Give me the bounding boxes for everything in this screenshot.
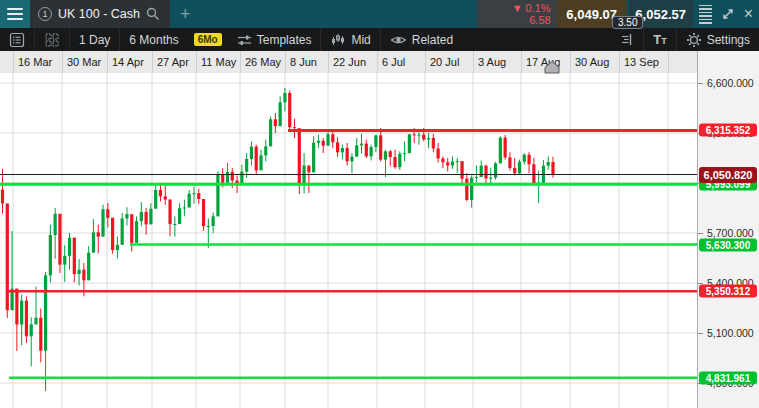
- candle: [422, 135, 425, 140]
- candlestick-chart[interactable]: [0, 51, 759, 408]
- candle: [460, 161, 463, 179]
- candle: [106, 209, 109, 218]
- candle: [54, 214, 57, 235]
- related-button[interactable]: Related: [381, 28, 462, 51]
- candle: [92, 232, 95, 252]
- candle: [446, 162, 449, 165]
- current-date-marker[interactable]: [545, 62, 559, 74]
- candle: [398, 154, 401, 168]
- candle: [212, 216, 215, 226]
- candle: [259, 155, 262, 170]
- candle: [523, 155, 526, 162]
- candle: [518, 162, 521, 174]
- candle: [494, 163, 497, 177]
- chart-list-button[interactable]: [0, 28, 34, 51]
- menu-button[interactable]: [0, 0, 30, 28]
- candle: [82, 270, 85, 281]
- candle: [441, 159, 444, 163]
- change-absolute: 6.58: [529, 14, 550, 26]
- layout-grid-button[interactable]: [35, 28, 69, 51]
- candle: [58, 214, 61, 265]
- range-badge[interactable]: 6Mo: [194, 33, 222, 46]
- candle: [183, 208, 186, 209]
- candle: [255, 147, 258, 171]
- candle: [331, 134, 334, 142]
- drag-handle-icon[interactable]: [699, 5, 712, 24]
- candle: [73, 238, 76, 274]
- top-bar: 1 UK 100 - Cash + ▼ 0.1% 6.58 6,049.07 6…: [0, 0, 759, 28]
- candle: [197, 193, 200, 199]
- candle: [240, 172, 243, 185]
- candle: [451, 162, 454, 166]
- candle: [25, 301, 28, 337]
- candle: [6, 204, 9, 311]
- candle: [173, 224, 176, 225]
- candle: [216, 175, 219, 217]
- order-panel-button[interactable]: [609, 28, 643, 51]
- window-icons: ×: [693, 0, 759, 28]
- candle: [226, 172, 229, 183]
- settings-button[interactable]: Settings: [677, 28, 759, 51]
- candle: [283, 93, 286, 102]
- candle: [484, 166, 487, 179]
- candle: [140, 212, 143, 221]
- text-tool-button[interactable]: TT: [644, 28, 675, 51]
- chart-area: 16 Mar30 Mar14 Apr27 Apr11 May26 May8 Ju…: [0, 51, 759, 408]
- candlestick-icon: [330, 32, 346, 47]
- close-icon[interactable]: ×: [744, 6, 753, 22]
- change-indicator: ▼ 0.1% 6.58: [477, 0, 557, 28]
- candle: [432, 138, 435, 149]
- text-tool-label: T: [653, 32, 661, 47]
- candle: [341, 148, 344, 152]
- candle: [192, 193, 195, 194]
- candle: [417, 135, 420, 136]
- candle: [389, 151, 392, 157]
- candle: [427, 138, 430, 140]
- candle: [1, 190, 4, 204]
- price-mode-button[interactable]: Mid: [321, 28, 379, 51]
- y-tick: [698, 333, 703, 334]
- candle: [178, 208, 181, 224]
- price-mode-label: Mid: [351, 33, 370, 47]
- candle: [164, 196, 167, 199]
- candle: [527, 155, 530, 165]
- range-selector[interactable]: 6 Months: [120, 28, 187, 51]
- candle: [336, 142, 339, 152]
- text-tool-label-small: T: [661, 36, 667, 46]
- candle: [293, 127, 296, 128]
- y-tick: [698, 83, 703, 84]
- interval-selector[interactable]: 1 Day: [70, 28, 119, 51]
- add-tab-button[interactable]: +: [170, 0, 201, 28]
- candle: [365, 144, 368, 157]
- tab-number-badge: 1: [38, 7, 52, 21]
- candle: [168, 200, 171, 225]
- candle: [322, 141, 325, 146]
- templates-button[interactable]: Templates: [228, 28, 321, 51]
- y-tick: [698, 233, 703, 234]
- instrument-tab[interactable]: 1 UK 100 - Cash: [30, 0, 170, 28]
- candle: [408, 134, 411, 153]
- candle: [513, 168, 516, 173]
- candle: [121, 219, 124, 245]
- candle: [49, 235, 52, 275]
- expand-icon[interactable]: [720, 6, 736, 22]
- candle: [34, 318, 37, 325]
- candle: [403, 153, 406, 154]
- candle: [312, 143, 315, 173]
- candle: [30, 324, 33, 336]
- gear-icon: [686, 32, 702, 48]
- search-icon[interactable]: [146, 7, 160, 21]
- candle: [188, 194, 191, 208]
- candle: [532, 164, 535, 183]
- align-right-icon: [618, 32, 634, 47]
- candle: [221, 175, 224, 183]
- candle: [264, 146, 267, 155]
- candle: [44, 275, 47, 350]
- candle: [149, 209, 152, 225]
- spread-badge: 3.50: [612, 16, 643, 29]
- candle: [437, 149, 440, 159]
- price-level-badge: 6,315.352: [699, 124, 757, 137]
- change-percent: 0.1%: [526, 2, 551, 14]
- candle: [346, 148, 349, 161]
- candle: [470, 178, 473, 200]
